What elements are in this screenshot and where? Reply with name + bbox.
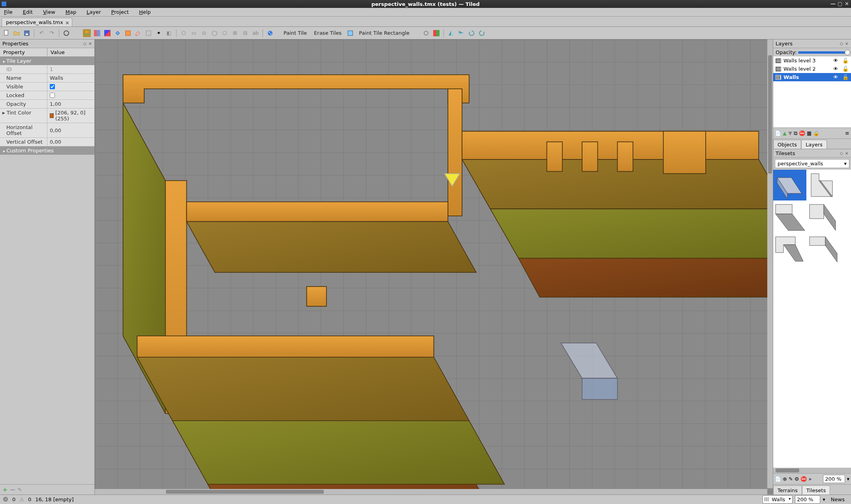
wang-brush-icon[interactable]: [103, 29, 111, 37]
document-tab[interactable]: perspective_walls.tmx ×: [2, 18, 72, 26]
properties-section-tile-layer[interactable]: Tile Layer: [0, 57, 94, 65]
menu-edit[interactable]: Edit: [21, 8, 35, 16]
prop-val-visible-checkbox[interactable]: [50, 84, 55, 89]
warning-count-icon[interactable]: ⚠: [19, 497, 24, 502]
menu-file[interactable]: File: [2, 8, 15, 16]
prop-val-tint[interactable]: [206, 92, 0] (255): [47, 109, 94, 123]
tile-thumb[interactable]: [773, 234, 806, 265]
tab-layers[interactable]: Layers: [801, 140, 827, 149]
remove-property-icon[interactable]: —: [10, 487, 15, 493]
canvas-scrollbar-horizontal[interactable]: [95, 489, 767, 495]
layer-item[interactable]: Walls level 3 👁 🔓: [773, 56, 851, 65]
prop-val-hoffset[interactable]: 0,00: [47, 123, 94, 137]
maximize-icon[interactable]: ▢: [838, 1, 842, 6]
properties-section-custom[interactable]: Custom Properties: [0, 146, 94, 155]
layer-down-icon[interactable]: ▼: [788, 130, 792, 136]
visibility-icon[interactable]: 👁: [833, 58, 838, 64]
tileset-props-icon[interactable]: ⚙: [795, 476, 799, 482]
rect-paint-icon[interactable]: [346, 29, 354, 37]
random-mode-icon[interactable]: [266, 29, 274, 37]
toggle-other-icon[interactable]: ▦: [807, 130, 812, 136]
canvas-scrollbar-vertical[interactable]: [767, 39, 773, 488]
select-same-icon[interactable]: ◧: [165, 29, 173, 37]
lock-icon[interactable]: 🔓: [842, 66, 849, 72]
opacity-slider[interactable]: [798, 51, 849, 54]
tile-thumb[interactable]: [807, 202, 840, 233]
tileset-scrollbar-horizontal[interactable]: [773, 468, 851, 473]
delete-tileset-icon[interactable]: ⛔: [800, 476, 807, 482]
tab-terrains[interactable]: Terrains: [773, 485, 802, 495]
tile-thumb[interactable]: [807, 234, 840, 265]
embed-tileset-icon[interactable]: ⊕: [783, 476, 787, 482]
tile-thumb[interactable]: [841, 170, 851, 200]
stamp-brush-icon[interactable]: [83, 29, 91, 37]
new-file-icon[interactable]: [2, 29, 10, 37]
menu-map[interactable]: Map: [63, 8, 79, 16]
panel-float-icon[interactable]: ◇: [840, 151, 843, 156]
wrench-icon[interactable]: ✎: [17, 487, 22, 493]
add-property-icon[interactable]: +: [2, 486, 8, 493]
rect-select-icon[interactable]: [145, 29, 152, 37]
panel-close-icon[interactable]: ×: [88, 41, 92, 46]
highlight-layer-icon[interactable]: [422, 29, 430, 37]
panel-float-icon[interactable]: ◇: [83, 41, 86, 46]
rotate-right-icon[interactable]: [478, 29, 486, 37]
tileset-selector[interactable]: perspective_walls ▾: [775, 159, 849, 168]
paint-rect-button[interactable]: Paint Tile Rectangle: [357, 29, 412, 37]
shape-fill-icon[interactable]: [124, 29, 132, 37]
canvas-zoom-input[interactable]: [795, 495, 820, 504]
menu-help[interactable]: Help: [137, 8, 153, 16]
delete-layer-icon[interactable]: ⛔: [799, 130, 805, 136]
tile-thumb[interactable]: [773, 202, 806, 233]
prop-val-opacity[interactable]: 1,00: [47, 100, 94, 108]
edit-tileset-icon[interactable]: ✎: [789, 476, 793, 482]
prop-val-locked-checkbox[interactable]: [50, 93, 55, 98]
save-file-icon[interactable]: [23, 29, 31, 37]
flip-h-icon[interactable]: [447, 29, 455, 37]
tab-objects[interactable]: Objects: [773, 140, 801, 149]
layer-up-icon[interactable]: ▲: [783, 130, 787, 136]
menu-view[interactable]: View: [41, 8, 58, 16]
panel-close-icon[interactable]: ×: [845, 151, 849, 156]
minimize-icon[interactable]: —: [830, 1, 835, 6]
more-icon[interactable]: »: [808, 476, 812, 482]
duplicate-layer-icon[interactable]: ⧉: [794, 130, 797, 137]
zoom-dropdown-icon[interactable]: ▾: [823, 497, 825, 502]
command-icon[interactable]: [62, 29, 70, 37]
magic-wand-icon[interactable]: ✦: [155, 29, 163, 37]
toggle-lock-icon[interactable]: 🔒: [813, 130, 819, 136]
news-button[interactable]: News: [828, 496, 848, 503]
current-layer-combo[interactable]: Walls: [763, 495, 793, 504]
tab-tilesets[interactable]: Tilesets: [802, 485, 830, 495]
erase-tiles-button[interactable]: Erase Tiles: [312, 29, 344, 37]
open-file-icon[interactable]: [13, 29, 21, 37]
new-layer-icon[interactable]: 📄: [775, 130, 781, 136]
wang-mode-icon[interactable]: [432, 29, 440, 37]
tileset-zoom-input[interactable]: [823, 475, 845, 483]
flip-v-icon[interactable]: [457, 29, 465, 37]
layer-item[interactable]: Walls level 2 👁 🔓: [773, 65, 851, 73]
bucket-fill-icon[interactable]: [114, 29, 122, 37]
rotate-left-icon[interactable]: [468, 29, 475, 37]
paint-tile-button[interactable]: Paint Tile: [281, 29, 309, 37]
lock-icon[interactable]: 🔓: [842, 74, 849, 80]
tile-thumb[interactable]: [841, 202, 851, 233]
prop-key-tint[interactable]: ▸ Tint Color: [0, 109, 47, 123]
panel-float-icon[interactable]: ◇: [840, 41, 843, 46]
tab-close-icon[interactable]: ×: [65, 20, 70, 26]
menu-layer[interactable]: Layer: [84, 8, 103, 16]
terrain-brush-icon[interactable]: [93, 29, 101, 37]
lock-icon[interactable]: 🔓: [842, 58, 849, 64]
visibility-icon[interactable]: 👁: [833, 74, 838, 80]
close-icon[interactable]: ✕: [845, 1, 849, 6]
tile-thumb[interactable]: [807, 170, 840, 200]
layer-item[interactable]: Walls 👁 🔓: [773, 73, 851, 81]
layer-menu-icon[interactable]: ≡: [845, 130, 849, 136]
error-count-icon[interactable]: ⓿: [3, 497, 8, 502]
tile-thumb[interactable]: [841, 234, 851, 265]
prop-val-name[interactable]: Walls: [47, 74, 94, 82]
panel-close-icon[interactable]: ×: [845, 41, 849, 46]
tile-thumb-selected[interactable]: [773, 170, 806, 200]
eraser-icon[interactable]: [134, 29, 142, 37]
redo-icon[interactable]: ↷: [48, 29, 56, 37]
